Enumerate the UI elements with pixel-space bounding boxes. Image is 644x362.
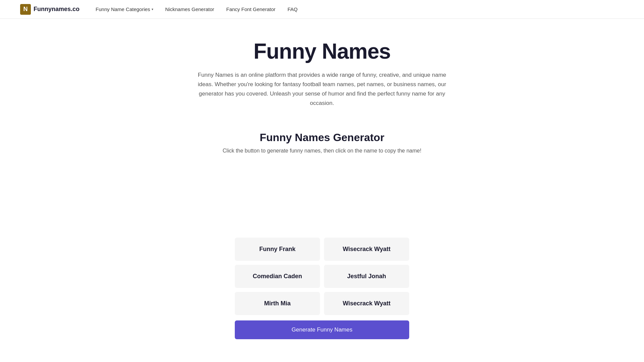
generator-title: Funny Names Generator bbox=[7, 131, 637, 144]
name-card-2[interactable]: Wisecrack Wyatt bbox=[324, 238, 409, 261]
name-card-3[interactable]: Comedian Caden bbox=[235, 265, 320, 288]
hero-section: Funny Names Funny Names is an online pla… bbox=[0, 19, 644, 118]
popular-section: Popular Funny Names bbox=[0, 343, 644, 362]
logo-icon: N bbox=[20, 4, 31, 15]
generate-button[interactable]: Generate Funny Names bbox=[235, 320, 409, 339]
generator-subtitle: Click the button to generate funny names… bbox=[7, 148, 637, 154]
logo-text: Funnynames.co bbox=[34, 6, 79, 13]
hero-title: Funny Names bbox=[7, 39, 637, 64]
generator-section: Funny Names Generator Click the button t… bbox=[0, 118, 644, 343]
nav-faq[interactable]: FAQ bbox=[287, 6, 298, 12]
name-card-6[interactable]: Wisecrack Wyatt bbox=[324, 292, 409, 315]
nav-nicknames[interactable]: Nicknames Generator bbox=[165, 6, 214, 12]
main-nav: Funny Name Categories ▾ Nicknames Genera… bbox=[96, 6, 298, 12]
logo-link[interactable]: N Funnynames.co bbox=[20, 4, 79, 15]
nav-categories-label: Funny Name Categories bbox=[96, 6, 150, 12]
ad-area bbox=[171, 167, 473, 228]
nav-fancy-font[interactable]: Fancy Font Generator bbox=[226, 6, 276, 12]
names-grid: Funny Frank Wisecrack Wyatt Comedian Cad… bbox=[235, 238, 409, 315]
chevron-down-icon: ▾ bbox=[152, 7, 153, 11]
name-card-1[interactable]: Funny Frank bbox=[235, 238, 320, 261]
name-card-5[interactable]: Mirth Mia bbox=[235, 292, 320, 315]
site-header: N Funnynames.co Funny Name Categories ▾ … bbox=[0, 0, 644, 19]
nav-categories[interactable]: Funny Name Categories ▾ bbox=[96, 6, 153, 12]
name-card-4[interactable]: Jestful Jonah bbox=[324, 265, 409, 288]
hero-description: Funny Names is an online platform that p… bbox=[195, 70, 449, 108]
